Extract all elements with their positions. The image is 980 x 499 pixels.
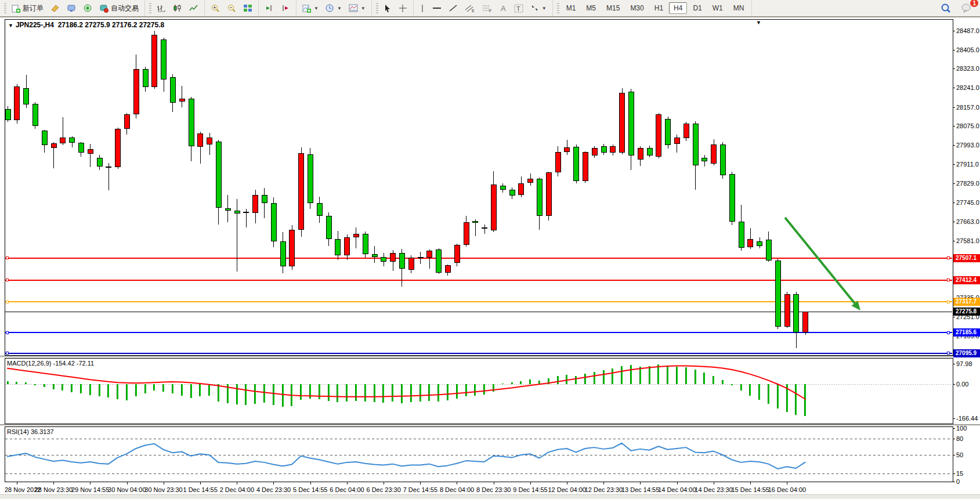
- macd-histogram-bar: [676, 367, 678, 384]
- chart-shift-icon: [281, 4, 290, 12]
- horizontal-level-line[interactable]: [5, 353, 952, 354]
- chart-shift-marker[interactable]: ▼: [756, 20, 761, 26]
- candle: [445, 265, 451, 273]
- zoom-in-button[interactable]: [208, 2, 223, 15]
- macd-histogram-bar: [16, 382, 17, 384]
- vertical-line-button[interactable]: [417, 2, 428, 15]
- line-anchor-marker[interactable]: [947, 331, 950, 334]
- text-label-button[interactable]: T: [511, 2, 526, 15]
- navigator-button[interactable]: [80, 2, 95, 14]
- equidistant-channel-button[interactable]: E: [462, 2, 478, 15]
- candle: [179, 99, 185, 102]
- timeframe-button-m30[interactable]: M30: [625, 2, 648, 14]
- line-anchor-marker[interactable]: [6, 352, 9, 355]
- line-anchor-marker[interactable]: [6, 301, 9, 303]
- auto-scroll-button[interactable]: [262, 2, 277, 14]
- line-anchor-marker[interactable]: [6, 256, 9, 259]
- new-order-button[interactable]: 新订单: [9, 2, 46, 15]
- brush-icon: [50, 4, 60, 12]
- rsi-level-line: [5, 439, 952, 439]
- line-chart-button[interactable]: [186, 2, 201, 14]
- time-tick-mark: [603, 482, 604, 484]
- horizontal-level-line[interactable]: [5, 312, 952, 312]
- text-button[interactable]: A: [497, 2, 510, 14]
- symbol-dropdown-icon[interactable]: ▼: [8, 23, 13, 28]
- periods-dropdown[interactable]: ▼: [323, 2, 345, 15]
- cursor-icon: [384, 4, 392, 13]
- time-axis-label: 12 Dec 23:30: [585, 486, 623, 493]
- cursor-button[interactable]: [381, 2, 395, 15]
- ohlc-values: 27186.2 27275.9 27176.2 27275.8: [58, 21, 165, 29]
- toolbar-drag-handle[interactable]: [376, 3, 378, 13]
- candle: [271, 203, 277, 241]
- time-tick-mark: [714, 482, 714, 484]
- candle: [170, 77, 176, 103]
- candlestick-chart-button[interactable]: [170, 2, 185, 14]
- timeframe-button-h4[interactable]: H4: [669, 2, 687, 14]
- timeframe-button-m15[interactable]: M15: [602, 2, 624, 14]
- candle: [115, 129, 121, 167]
- toolbar-drag-handle[interactable]: [4, 3, 6, 13]
- toolbar-drag-handle[interactable]: [557, 3, 559, 13]
- horizontal-level-line[interactable]: [5, 332, 952, 333]
- macd-histogram-bar: [71, 384, 73, 392]
- timeframe-button-h1[interactable]: H1: [650, 2, 668, 14]
- line-anchor-marker[interactable]: [947, 301, 950, 303]
- horizontal-level-line[interactable]: [5, 258, 952, 259]
- tile-windows-button[interactable]: [240, 2, 255, 14]
- macd-histogram-bar: [594, 372, 595, 384]
- time-tick-mark: [273, 482, 274, 484]
- arrows-dropdown[interactable]: ▼: [527, 2, 549, 14]
- trendline-button[interactable]: [446, 2, 461, 14]
- time-tick-mark: [347, 482, 348, 484]
- macd-histogram-bar: [657, 364, 659, 384]
- timeframe-button-m5[interactable]: M5: [581, 2, 601, 14]
- toolbar-drag-handle[interactable]: [149, 3, 151, 13]
- notifications-button[interactable]: 1: [959, 2, 975, 15]
- timeframe-button-w1[interactable]: W1: [708, 2, 728, 14]
- zoom-out-button[interactable]: [224, 2, 239, 15]
- chart-type-group: [145, 0, 205, 16]
- time-axis-label: 9 Dec 14:55: [513, 486, 547, 493]
- line-anchor-marker[interactable]: [947, 352, 950, 355]
- candle: [243, 212, 249, 213]
- market-watch-button[interactable]: [64, 2, 79, 14]
- time-tick-mark: [530, 482, 531, 484]
- fibonacci-icon: F: [482, 4, 493, 13]
- line-anchor-marker[interactable]: [947, 279, 950, 281]
- timeframe-button-d1[interactable]: D1: [688, 2, 706, 14]
- indicators-dropdown[interactable]: ▼: [299, 2, 321, 15]
- price-tick-mark: [953, 241, 955, 241]
- styler-button[interactable]: [48, 2, 63, 14]
- channel-icon: E: [465, 4, 475, 13]
- bar-chart-button[interactable]: [154, 2, 169, 14]
- tile-windows-icon: [243, 4, 252, 12]
- chart-shift-button[interactable]: [278, 2, 293, 14]
- arrows-icon: [530, 4, 539, 12]
- candle: [161, 39, 167, 79]
- autotrading-button[interactable]: 自动交易: [96, 2, 142, 15]
- horizontal-level-line[interactable]: [5, 280, 952, 281]
- line-anchor-marker[interactable]: [947, 256, 950, 259]
- horizontal-level-line[interactable]: [5, 301, 952, 302]
- search-button[interactable]: [938, 1, 954, 15]
- timeframe-button-mn[interactable]: MN: [729, 2, 749, 14]
- candle: [344, 237, 350, 255]
- crosshair-button[interactable]: [396, 2, 410, 15]
- candle: [610, 146, 616, 153]
- time-tick-mark: [640, 482, 641, 484]
- line-anchor-marker[interactable]: [6, 279, 9, 281]
- candle: [701, 158, 707, 161]
- macd-histogram-bar: [153, 384, 155, 390]
- macd-histogram-bar: [548, 378, 549, 384]
- timeframe-button-m1[interactable]: M1: [562, 2, 581, 14]
- fibonacci-button[interactable]: F: [479, 2, 496, 15]
- horizontal-line-button[interactable]: [429, 2, 444, 14]
- line-chart-icon: [189, 4, 198, 12]
- candle-wick: [264, 188, 265, 218]
- macd-pane[interactable]: [5, 358, 953, 424]
- templates-dropdown[interactable]: ▼: [346, 2, 368, 14]
- time-tick-mark: [787, 482, 787, 484]
- line-anchor-marker[interactable]: [6, 331, 9, 334]
- search-icon: [941, 3, 951, 13]
